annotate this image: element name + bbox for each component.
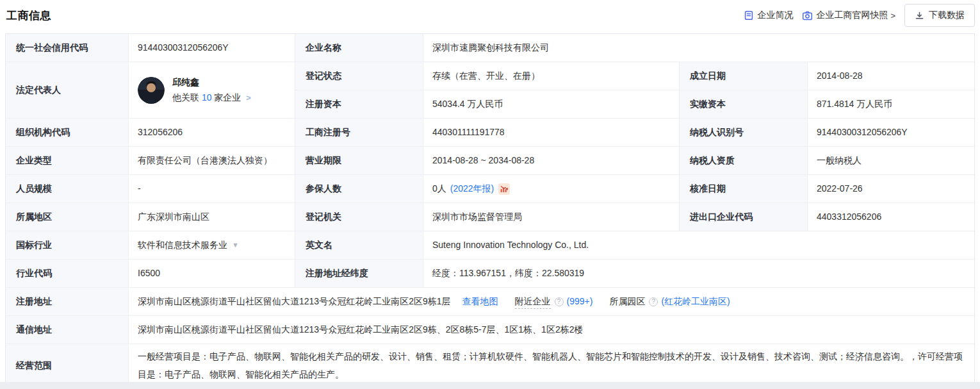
field-value-taxpayer-quality: 一般纳税人 [808, 147, 974, 174]
nearby-companies-count-link[interactable]: (999+) [567, 295, 593, 308]
header-actions: 企业简况 企业工商官网快照 > 下载数据 [744, 4, 975, 27]
download-icon [915, 11, 924, 21]
field-label-reg-authority: 登记机关 [295, 203, 423, 231]
official-snapshot-label: 企业工商官网快照 [816, 10, 888, 21]
field-value-company-type: 有限责任公司（台港澳法人独资） [129, 147, 295, 174]
field-label-reg-coords: 注册地址经纬度 [295, 260, 423, 287]
field-label-org-code: 组织机构代码 [6, 119, 129, 146]
document-icon [744, 10, 754, 21]
section-header: 工商信息 企业简况 企业工商官网快照 > 下载数据 [0, 0, 980, 32]
legal-rep-related: 他关联 10 家企业 > [172, 91, 251, 104]
field-value-org-code: 312056206 [129, 119, 295, 146]
field-value-establish-date: 2014-08-28 [808, 62, 974, 90]
field-value-import-export-code: 4403312056206 [808, 203, 974, 231]
field-label-insured: 参保人数 [295, 175, 423, 203]
field-label-reg-address: 注册地址 [6, 288, 129, 315]
field-label-credit-code: 统一社会信用代码 [6, 34, 129, 62]
field-value-company-name: 深圳市速腾聚创科技有限公司 [423, 34, 974, 62]
table-row: 统一社会信用代码 91440300312056206Y 企业名称 深圳市速腾聚创… [6, 34, 974, 62]
field-value-insured: 0人 (2022年报) [423, 175, 680, 203]
field-label-legal-rep: 法定代表人 [6, 62, 129, 118]
field-label-staff-size: 人员规模 [6, 175, 129, 203]
chevron-right-icon: > [890, 11, 895, 21]
legal-rep-avatar[interactable] [138, 77, 165, 104]
chevron-right-icon[interactable]: > [246, 93, 251, 103]
field-label-establish-date: 成立日期 [680, 62, 808, 90]
table-row: 国标行业 软件和信息技术服务业 ▼ 英文名 Suteng Innovation … [6, 231, 974, 260]
field-label-reg-capital: 注册资本 [295, 90, 423, 118]
reg-address-text: 深圳市南山区桃源街道平山社区留仙大道1213号众冠红花岭工业南区2区9栋1层 [138, 295, 451, 308]
park-link[interactable]: (红花岭工业南区) [661, 295, 730, 308]
field-value-english-name: Suteng Innovation Technology Co., Ltd. [423, 231, 974, 259]
field-value-region: 广东深圳市南山区 [129, 203, 295, 231]
field-value-business-scope: 一般经营项目是：电子产品、物联网、智能化相关产品的研发、设计、销售、租赁；计算机… [129, 344, 974, 386]
table-row: 经营范围 一般经营项目是：电子产品、物联网、智能化相关产品的研发、设计、销售、租… [6, 344, 974, 386]
field-label-taxpayer-id: 纳税人识别号 [680, 119, 808, 146]
field-value-mail-address: 深圳市南山区桃源街道平山社区留仙大道1213号众冠红花岭工业南区2区9栋、2区8… [129, 316, 974, 343]
field-label-import-export-code: 进出口企业代码 [680, 203, 808, 231]
table-row: 所属地区 广东深圳市南山区 登记机关 深圳市市场监督管理局 进出口企业代码 44… [6, 203, 974, 231]
field-value-staff-size: - [129, 175, 295, 203]
download-data-button[interactable]: 下载数据 [904, 4, 975, 27]
page-bottom-strip [0, 382, 980, 389]
company-brief-button[interactable]: 企业简况 [744, 10, 793, 21]
field-label-paid-capital: 实缴资本 [680, 90, 808, 118]
field-value-reg-number: 440301111191778 [423, 119, 680, 146]
camera-icon [802, 10, 813, 21]
field-label-english-name: 英文名 [295, 231, 423, 259]
field-label-mail-address: 通信地址 [6, 316, 129, 343]
annual-report-link[interactable]: (2022年报) [450, 182, 494, 195]
company-brief-label: 企业简况 [757, 10, 793, 21]
field-label-approval-date: 核准日期 [680, 175, 808, 203]
official-snapshot-button[interactable]: 企业工商官网快照 > [802, 10, 895, 21]
chart-decline-icon[interactable] [498, 183, 510, 195]
field-value-reg-capital: 54034.4 万人民币 [423, 90, 680, 118]
field-label-industry: 国标行业 [6, 231, 129, 259]
table-row: 企业类型 有限责任公司（台港澳法人独资） 营业期限 2014-08-28 ~ 2… [6, 147, 974, 175]
table-row: 注册资本 54034.4 万人民币 实缴资本 871.4814 万人民币 [295, 90, 974, 118]
legal-rep-cell: 邱纯鑫 他关联 10 家企业 > [129, 62, 295, 118]
field-label-reg-status: 登记状态 [295, 62, 423, 90]
page-title: 工商信息 [6, 8, 51, 23]
table-row: 注册地址 深圳市南山区桃源街道平山社区留仙大道1213号众冠红花岭工业南区2区9… [6, 288, 974, 316]
nearby-companies-label: 附近企业 [515, 295, 551, 309]
table-row: 行业代码 I6500 注册地址经纬度 经度：113.967151，纬度：22.5… [6, 260, 974, 288]
field-value-approval-date: 2022-07-26 [808, 175, 974, 203]
field-label-company-type: 企业类型 [6, 147, 129, 174]
table-row: 通信地址 深圳市南山区桃源街道平山社区留仙大道1213号众冠红花岭工业南区2区9… [6, 316, 974, 344]
field-value-reg-coords: 经度：113.967151，纬度：22.580319 [423, 260, 974, 287]
industry-value: 软件和信息技术服务业 [138, 238, 227, 252]
field-value-industry-code: I6500 [129, 260, 295, 287]
park-label: 所属园区 [609, 295, 645, 308]
related-count-link[interactable]: 10 [202, 92, 212, 103]
table-row: 法定代表人 邱纯鑫 他关联 10 [6, 62, 974, 119]
field-value-paid-capital: 871.4814 万人民币 [808, 90, 974, 118]
table-row: 人员规模 - 参保人数 0人 (2022年报) 核准日期 2022-07-26 [6, 175, 974, 203]
field-label-taxpayer-quality: 纳税人资质 [680, 147, 808, 174]
field-label-industry-code: 行业代码 [6, 260, 129, 287]
person-photo-icon [138, 77, 165, 104]
field-label-reg-number: 工商注册号 [295, 119, 423, 146]
related-suffix: 家企业 [214, 92, 241, 103]
legal-rep-name[interactable]: 邱纯鑫 [172, 76, 251, 89]
related-prefix: 他关联 [172, 92, 199, 103]
question-circle-icon[interactable]: ? [649, 297, 658, 306]
question-circle-icon[interactable]: ? [555, 297, 564, 306]
view-map-link[interactable]: 查看地图 [462, 295, 498, 308]
insured-count: 0人 [432, 182, 446, 195]
field-label-region: 所属地区 [6, 203, 129, 231]
table-row: 组织机构代码 312056206 工商注册号 440301111191778 纳… [6, 119, 974, 147]
business-info-table: 统一社会信用代码 91440300312056206Y 企业名称 深圳市速腾聚创… [5, 33, 975, 387]
field-label-business-scope: 经营范围 [6, 344, 129, 386]
field-label-company-name: 企业名称 [295, 34, 423, 62]
field-value-taxpayer-id: 91440300312056206Y [808, 119, 974, 146]
field-value-credit-code: 91440300312056206Y [129, 34, 295, 62]
table-row: 登记状态 存续（在营、开业、在册） 成立日期 2014-08-28 [295, 62, 974, 90]
legal-rep-info: 邱纯鑫 他关联 10 家企业 > [172, 76, 251, 104]
download-data-label: 下载数据 [929, 10, 965, 21]
field-value-reg-authority: 深圳市市场监督管理局 [423, 203, 680, 231]
field-value-reg-address: 深圳市南山区桃源街道平山社区留仙大道1213号众冠红花岭工业南区2区9栋1层 查… [129, 288, 974, 315]
legal-rep-side-rows: 登记状态 存续（在营、开业、在册） 成立日期 2014-08-28 注册资本 5… [295, 62, 974, 118]
field-value-reg-status: 存续（在营、开业、在册） [423, 62, 680, 90]
caret-down-icon[interactable]: ▼ [232, 238, 239, 252]
